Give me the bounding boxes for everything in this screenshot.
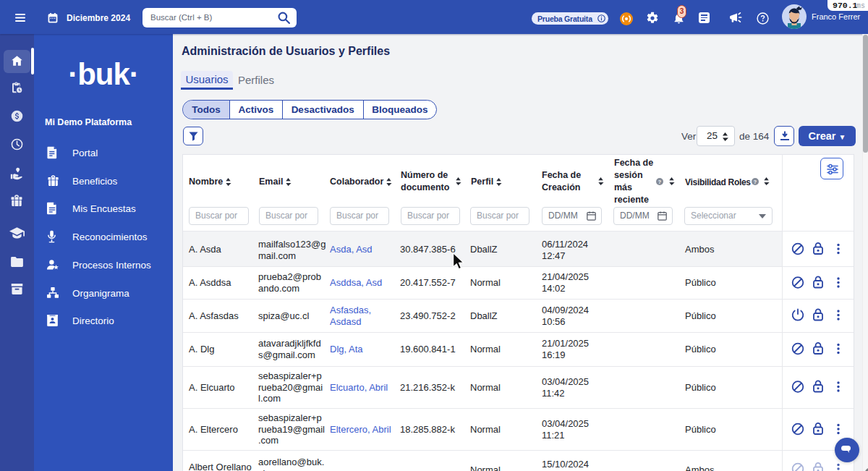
svg-text:?: ? <box>658 179 661 185</box>
svg-text:?: ? <box>754 179 757 185</box>
